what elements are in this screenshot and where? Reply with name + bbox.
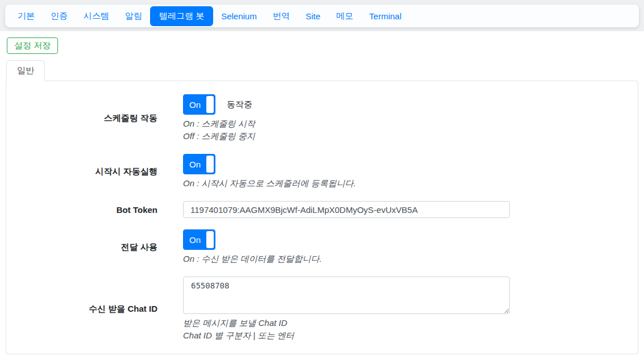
form-row-bot-token: Bot Token	[15, 201, 629, 218]
scheduling-toggle-handle[interactable]	[206, 96, 214, 113]
nav-tab-basic[interactable]: 기본	[10, 7, 43, 26]
forward-toggle-on-label: On	[184, 230, 206, 249]
form-row-scheduling: 스케줄링 작동 On 동작중 On : 스케줄링 시작 Off : 스케줄링 중…	[15, 94, 629, 143]
main-content: 설정 저장 일반 스케줄링 작동 On 동작중 On : 스케줄링 시작 Off…	[0, 31, 644, 354]
content-tabs: 일반	[6, 60, 638, 81]
nav-tab-site[interactable]: Site	[298, 7, 329, 25]
nav-tab-selenium[interactable]: Selenium	[213, 7, 265, 25]
nav-tab-system[interactable]: 시스템	[76, 7, 117, 26]
autorun-toggle-handle[interactable]	[206, 156, 214, 173]
forward-toggle[interactable]: On	[183, 229, 215, 250]
tab-general[interactable]: 일반	[6, 60, 45, 81]
autorun-help-line-1: On : 시작시 자동으로 스케줄러에 등록됩니다.	[183, 177, 356, 190]
bot-token-input[interactable]	[183, 201, 510, 218]
scheduling-help-line-1: On : 스케줄링 시작	[183, 118, 255, 130]
nav-tab-memo[interactable]: 메모	[329, 7, 362, 26]
general-tab-panel: 스케줄링 작동 On 동작중 On : 스케줄링 시작 Off : 스케줄링 중…	[6, 81, 638, 354]
nav-tab-translate[interactable]: 번역	[265, 7, 298, 26]
nav-tab-terminal[interactable]: Terminal	[362, 7, 410, 25]
autorun-label: 시작시 자동실행	[15, 166, 157, 177]
scheduling-toggle[interactable]: On	[183, 94, 215, 115]
scheduling-help: On : 스케줄링 시작 Off : 스케줄링 중지	[183, 118, 255, 143]
nav-tab-auth[interactable]: 인증	[43, 7, 76, 26]
nav-tab-notification[interactable]: 알림	[117, 7, 150, 26]
chat-id-help: 받은 메시지를 보낼 Chat ID Chat ID 별 구분자 | 또는 엔터	[183, 317, 510, 342]
autorun-toggle-on-label: On	[184, 154, 206, 174]
bot-token-label: Bot Token	[15, 205, 157, 215]
chat-id-textarea[interactable]: 65508708	[183, 277, 510, 314]
chat-id-label: 수신 받을 Chat ID	[15, 304, 157, 315]
forward-help: On : 수신 받은 데이터를 전달합니다.	[183, 253, 322, 265]
autorun-toggle[interactable]: On	[183, 154, 215, 174]
scheduling-toggle-on-label: On	[184, 95, 206, 114]
nav-tab-telegram-bot[interactable]: 텔레그램 봇	[150, 6, 213, 26]
forward-toggle-handle[interactable]	[206, 231, 214, 248]
chat-id-help-line-2: Chat ID 별 구분자 | 또는 엔터	[183, 329, 510, 342]
scheduling-help-line-2: Off : 스케줄링 중지	[183, 130, 255, 143]
form-row-autorun: 시작시 자동실행 On On : 시작시 자동으로 스케줄러에 등록됩니다.	[15, 154, 629, 190]
main-navbar: 기본 인증 시스템 알림 텔레그램 봇 Selenium 번역 Site 메모 …	[5, 5, 639, 27]
chat-id-help-line-1: 받은 메시지를 보낼 Chat ID	[183, 317, 510, 329]
forward-help-line-1: On : 수신 받은 데이터를 전달합니다.	[183, 253, 322, 265]
form-row-chat-id: 수신 받을 Chat ID 65508708 받은 메시지를 보낼 Chat I…	[15, 277, 629, 342]
form-row-forward: 전달 사용 On On : 수신 받은 데이터를 전달합니다.	[15, 229, 629, 265]
save-settings-button[interactable]: 설정 저장	[7, 37, 58, 54]
forward-label: 전달 사용	[15, 242, 157, 253]
top-band: 기본 인증 시스템 알림 텔레그램 봇 Selenium 번역 Site 메모 …	[0, 0, 644, 31]
autorun-help: On : 시작시 자동으로 스케줄러에 등록됩니다.	[183, 177, 356, 190]
scheduling-status-text: 동작중	[227, 99, 252, 110]
scheduling-label: 스케줄링 작동	[15, 113, 157, 124]
